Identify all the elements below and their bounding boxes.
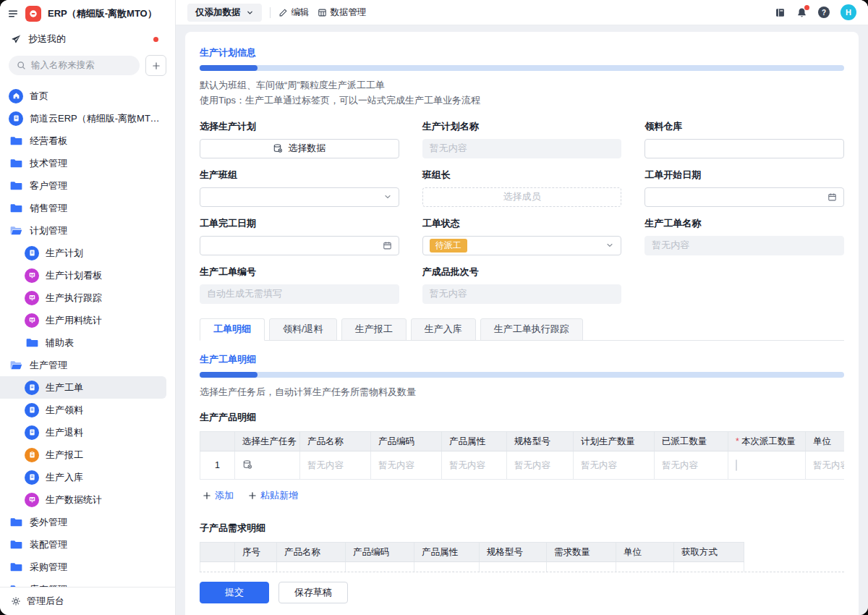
column-header	[200, 432, 235, 451]
tab-bar: 工单明细领料/退料生产报工生产入库生产工单执行跟踪	[200, 318, 844, 341]
sidebar-item[interactable]: 生产数据统计	[0, 488, 175, 511]
sidebar-item-label: 技术管理	[30, 157, 67, 170]
collapse-menu-icon[interactable]	[7, 8, 19, 20]
sidebar-item[interactable]: 计划管理	[0, 219, 175, 242]
data-manage-button[interactable]: 数据管理	[318, 7, 367, 19]
date-input[interactable]	[644, 187, 844, 207]
empty-cell: 暂无内容	[507, 451, 574, 480]
paste-add-button[interactable]: 粘贴新增	[248, 489, 298, 502]
sidebar-item[interactable]: 首页	[0, 85, 175, 107]
date-input[interactable]	[200, 236, 399, 255]
sidebar-item[interactable]: 装配管理	[0, 533, 175, 556]
disabled-input: 暂无内容	[644, 236, 844, 255]
column-header	[200, 543, 235, 562]
sidebar-item-label: 计划管理	[30, 224, 67, 237]
sidebar-item[interactable]: 生产管理	[0, 354, 175, 376]
sidebar-item[interactable]: 辅助表	[0, 331, 175, 354]
sidebar-item[interactable]: 生产计划	[0, 242, 175, 264]
save-draft-button[interactable]: 保存草稿	[278, 582, 348, 603]
sidebar-item[interactable]: 采购管理	[0, 556, 175, 578]
plus-icon	[248, 491, 257, 500]
edit-button[interactable]: 编辑	[278, 7, 310, 19]
edit-label: 编辑	[292, 7, 310, 19]
sidebar-item[interactable]: 经营看板	[0, 130, 175, 152]
sidebar-item[interactable]: 生产领料	[0, 399, 175, 421]
tab-1[interactable]: 工单明细	[200, 318, 265, 341]
doc-icon	[25, 381, 39, 395]
app-logo-icon	[25, 6, 41, 22]
text-input[interactable]	[644, 139, 844, 158]
search-input[interactable]: 输入名称来搜索	[9, 56, 140, 75]
table-grid-icon	[318, 8, 327, 17]
sidebar-item[interactable]: 生产用料统计	[0, 309, 175, 331]
add-row-button[interactable]: 添加	[203, 489, 234, 502]
database-icon[interactable]	[242, 459, 252, 470]
add-app-button[interactable]	[145, 55, 166, 76]
tab-3[interactable]: 生产报工	[341, 318, 407, 341]
status-select[interactable]: 待派工	[422, 236, 622, 255]
sidebar-item-admin[interactable]: 管理后台	[0, 587, 175, 615]
paper-plane-icon	[11, 34, 22, 45]
select-data-button[interactable]: 选择数据	[200, 139, 399, 158]
sidebar-item[interactable]: 生产入库	[0, 466, 175, 488]
tab-4[interactable]: 生产入库	[411, 318, 476, 341]
column-header: 产品编码	[346, 543, 414, 562]
sidebar-item[interactable]: 销售管理	[0, 197, 175, 219]
section-progress-bar	[200, 65, 844, 71]
column-header: 获取方式	[674, 543, 744, 562]
sidebar-item-label: 生产入库	[46, 471, 83, 484]
sidebar-item[interactable]: 生产报工	[0, 444, 175, 466]
quantity-input[interactable]	[736, 459, 737, 471]
field-label: 产成品批次号	[422, 266, 622, 279]
tab-content: 生产工单明细 选择生产任务后，自动计算生产任务所需物料及数量 生产产品明细 选择…	[200, 341, 844, 572]
avatar[interactable]: H	[841, 4, 856, 20]
sidebar-item[interactable]: 生产计划看板	[0, 264, 175, 287]
sidebar-item[interactable]: 技术管理	[0, 152, 175, 174]
sidebar-item-label: 辅助表	[46, 336, 74, 349]
sidebar-header: ERP（精细版-离散MTO）	[0, 0, 175, 27]
sidebar-item[interactable]: 客户管理	[0, 174, 175, 197]
sidebar-item-label: 生产工单	[46, 381, 83, 394]
sidebar-item-label: 经营看板	[30, 135, 67, 148]
bell-icon[interactable]	[796, 7, 807, 18]
topbar-right: ? H	[775, 4, 856, 20]
tab-5[interactable]: 生产工单执行跟踪	[480, 318, 583, 341]
mode-dropdown[interactable]: 仅添加数据	[187, 4, 262, 22]
sidebar: ERP（精细版-离散MTO） 抄送我的 输入名称来搜索 首页简道云ERP（精细版…	[0, 0, 176, 615]
help-icon[interactable]: ?	[818, 7, 830, 18]
empty-cell: 暂无内容	[414, 562, 480, 572]
folder-open-icon	[9, 224, 23, 237]
form-field: 选择生产计划选择数据	[200, 120, 399, 158]
chevron-down-icon	[246, 9, 254, 17]
member-picker[interactable]: 选择成员	[422, 187, 622, 207]
doc-icon	[25, 470, 39, 485]
column-header: *本次派工数量	[728, 432, 806, 451]
doc-icon	[9, 111, 23, 126]
table-row: 1暂无内容暂无内容暂无内容暂无内容暂无内容暂无内容暂无内容暂无内容	[200, 562, 744, 572]
sidebar-item-copy-to-me[interactable]: 抄送我的	[0, 27, 175, 51]
select-input[interactable]	[200, 187, 399, 207]
column-header: 产品名称	[300, 432, 371, 451]
app-window: ERP（精细版-离散MTO） 抄送我的 输入名称来搜索 首页简道云ERP（精细版…	[0, 0, 868, 615]
field-label: 生产工单名称	[644, 217, 844, 230]
unread-dot	[153, 37, 158, 42]
sidebar-item[interactable]: 生产退料	[0, 421, 175, 444]
notebook-icon[interactable]	[775, 7, 786, 18]
folder-icon	[9, 135, 23, 147]
row-number: 1	[200, 562, 235, 572]
sidebar-item[interactable]: 生产工单	[0, 376, 166, 399]
sidebar-item-label: 销售管理	[30, 202, 67, 215]
tab-2[interactable]: 领料/退料	[269, 318, 337, 341]
sidebar-item-label: 客户管理	[30, 179, 67, 192]
submit-button[interactable]: 提交	[200, 582, 269, 603]
section-desc-line1: 默认为班组、车间做“周”颗粒度生产派工工单	[200, 78, 844, 93]
sidebar-item[interactable]: 简道云ERP（精细版-离散MTO）「...	[0, 107, 175, 130]
home-icon	[9, 89, 23, 103]
sidebar-item[interactable]: 生产执行跟踪	[0, 287, 175, 309]
empty-cell: 暂无内容	[655, 451, 728, 480]
sidebar-item[interactable]: 委外管理	[0, 511, 175, 533]
section-title-plan-info: 生产计划信息	[200, 46, 844, 59]
sidebar-item[interactable]: 库存管理	[0, 578, 175, 587]
folder-icon	[9, 561, 23, 573]
product-table-wrap: 选择生产任务产品名称产品编码产品属性规格型号计划生产数量已派工数量*本次派工数量…	[200, 431, 844, 502]
